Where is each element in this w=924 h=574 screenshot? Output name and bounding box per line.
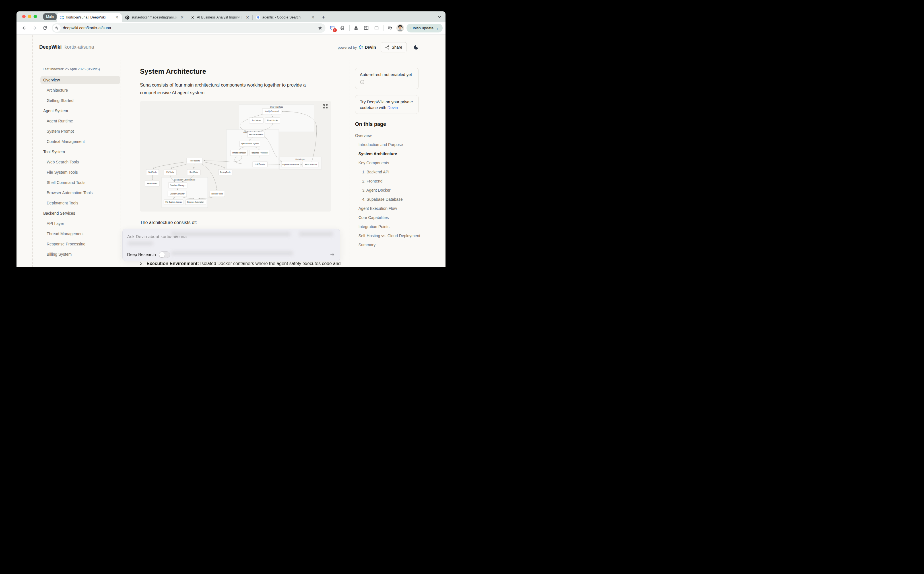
- toc-item-4-supabase-database[interactable]: 4. Supabase Database: [355, 197, 423, 202]
- profile-badge[interactable]: Main: [43, 13, 57, 20]
- browser-tab[interactable]: Gagentic - Google Search✕: [253, 13, 318, 22]
- sidebar-item-shell-command-tools[interactable]: Shell Command Tools: [40, 178, 120, 186]
- close-tab-icon[interactable]: ✕: [115, 15, 119, 20]
- sidebar-item-getting-started[interactable]: Getting Started: [40, 96, 120, 104]
- url-text[interactable]: deepwiki.com/kortix-ai/suna: [63, 26, 318, 30]
- incognito-extension-icon[interactable]: [351, 24, 361, 33]
- reload-icon[interactable]: [40, 24, 49, 33]
- toc-item-summary[interactable]: Summary: [355, 242, 423, 248]
- site-settings-icon[interactable]: [53, 24, 61, 32]
- sidebar-item-context-management[interactable]: Context Management: [40, 137, 120, 145]
- sidebar-item-agent-runtime[interactable]: Agent Runtime: [40, 117, 120, 125]
- svg-text:LLM Service: LLM Service: [255, 163, 266, 165]
- extensions-icon[interactable]: [338, 24, 347, 33]
- sidebar-item-agent-system[interactable]: Agent System: [40, 107, 120, 115]
- svg-text:ExternalAPIs: ExternalAPIs: [147, 183, 158, 184]
- share-label: Share: [392, 45, 402, 49]
- share-button[interactable]: Share: [381, 42, 407, 52]
- submit-arrow-icon[interactable]: [328, 251, 336, 258]
- list-item-term: Execution Environment:: [146, 261, 199, 266]
- close-tab-icon[interactable]: ✕: [310, 15, 316, 20]
- github-favicon-icon: [125, 15, 129, 20]
- tab-title: kortix-ai/suna | DeepWiki: [66, 15, 112, 19]
- deepwiki-page: DeepWiki kortix-ai/suna powered by Devin: [17, 35, 445, 267]
- toc-item-core-capabilities[interactable]: Core Capabilities: [355, 215, 423, 220]
- diagram-edge-toolregistry-shelltools: [194, 164, 194, 169]
- finish-update-button[interactable]: Finish update ⋮: [407, 24, 443, 33]
- wiki-sidebar: Last indexed: 25 April 2025 (958df5) Ove…: [33, 60, 121, 267]
- svg-text:Next.js Frontend: Next.js Frontend: [265, 110, 279, 112]
- sidebar-item-backend-services[interactable]: Backend Services: [40, 209, 120, 217]
- sidebar-item-thread-management[interactable]: Thread Management: [40, 230, 120, 238]
- sidebar-item-billing-system[interactable]: Billing System: [40, 250, 120, 258]
- svg-text:G: G: [257, 16, 259, 19]
- browser-tab[interactable]: kortix-ai/suna | DeepWiki✕: [57, 13, 122, 22]
- chat-notification-icon[interactable]: !: [328, 24, 338, 33]
- svg-text:Docker Container: Docker Container: [170, 193, 185, 195]
- svg-text:Browser Automation: Browser Automation: [187, 201, 204, 203]
- info-icon[interactable]: [360, 80, 414, 86]
- blurred-text: [299, 232, 333, 236]
- tab-title: agentic - Google Search: [262, 15, 308, 19]
- browser-window: Main kortix-ai/suna | DeepWiki✕suna/docs…: [17, 11, 445, 267]
- browser-tab[interactable]: suna/docs/images/diagram.pn✕: [122, 13, 187, 22]
- expand-diagram-icon[interactable]: [322, 103, 328, 109]
- try-deepwiki-box: Try DeepWiki on your private codebase wi…: [355, 95, 419, 114]
- sidebar-item-web-search-tools[interactable]: Web Search Tools: [40, 158, 120, 166]
- minimize-window-button[interactable]: [28, 15, 31, 18]
- diagram-edge-webtools-externalapis: [152, 175, 152, 180]
- browser-tab[interactable]: AI Business Analyst Inquiry | K✕: [187, 13, 252, 22]
- toc-title: On this page: [355, 121, 445, 127]
- address-bar[interactable]: deepwiki.com/kortix-ai/suna: [52, 24, 325, 33]
- avatar[interactable]: [396, 24, 404, 32]
- bookmark-star-icon[interactable]: [318, 26, 322, 30]
- tab-title: suna/docs/images/diagram.pn: [131, 15, 178, 19]
- sidebar-item-overview[interactable]: Overview: [40, 76, 120, 84]
- ask-devin-input[interactable]: Ask Devin about kortix-ai/suna: [127, 234, 187, 239]
- sidebar-item-tool-system[interactable]: Tool System: [40, 148, 120, 156]
- claude-favicon-icon: [190, 15, 195, 20]
- toc-item-1-backend-api[interactable]: 1. Backend API: [355, 169, 423, 175]
- toc-item-3-agent-docker[interactable]: 3. Agent Docker: [355, 188, 423, 193]
- new-tab-button[interactable]: +: [320, 14, 327, 21]
- deep-research-toggle[interactable]: [159, 251, 170, 258]
- toc-item-integration-points[interactable]: Integration Points: [355, 224, 423, 229]
- toc-item-2-frontend[interactable]: 2. Frontend: [355, 178, 423, 184]
- back-icon[interactable]: [19, 24, 29, 33]
- forward-icon[interactable]: [30, 24, 39, 33]
- tab-strip: Main kortix-ai/suna | DeepWiki✕suna/docs…: [17, 11, 445, 22]
- devin-link[interactable]: Devin: [388, 106, 398, 110]
- zoom-window-button[interactable]: [33, 15, 37, 18]
- sidebar-item-system-prompt[interactable]: System Prompt: [40, 127, 120, 135]
- svg-text:Execution Environment: Execution Environment: [174, 178, 195, 181]
- toc-item-overview[interactable]: Overview: [355, 133, 423, 138]
- toc-item-agent-execution-flow[interactable]: Agent Execution Flow: [355, 206, 423, 211]
- powered-by-brand[interactable]: Devin: [365, 45, 376, 49]
- blurred-text: [128, 241, 153, 245]
- close-window-button[interactable]: [22, 15, 26, 18]
- toc-item-key-components[interactable]: Key Components: [355, 160, 423, 166]
- deep-research-label: Deep Research: [127, 252, 156, 257]
- powered-by[interactable]: powered by Devin: [338, 45, 376, 49]
- sidebar-item-response-processing[interactable]: Response Processing: [40, 240, 120, 248]
- sidebar-item-browser-automation-tools[interactable]: Browser Automation Tools: [40, 189, 120, 197]
- sidebar-item-deployment-tools[interactable]: Deployment Tools: [40, 199, 120, 207]
- browser-menu-kebab-icon[interactable]: ⋮: [434, 26, 441, 30]
- deepwiki-brand[interactable]: DeepWiki: [39, 44, 62, 50]
- media-playlist-icon[interactable]: [385, 24, 395, 33]
- sidebar-item-file-system-tools[interactable]: File System Tools: [40, 168, 120, 176]
- reading-list-book-icon[interactable]: [361, 24, 371, 33]
- sidebar-item-api-layer[interactable]: API Layer: [40, 219, 120, 227]
- close-tab-icon[interactable]: ✕: [179, 15, 185, 20]
- devin-logo-icon: [358, 45, 363, 49]
- tab-search-chevron-icon[interactable]: [437, 14, 442, 19]
- architecture-diagram[interactable]: User InterfaceApplication ServicesData L…: [140, 101, 331, 211]
- svg-text:Thread Manager: Thread Manager: [232, 152, 247, 154]
- side-panel-list-icon[interactable]: [372, 24, 382, 33]
- toc-item-self-hosting-vs-cloud-deployment[interactable]: Self-Hosting vs. Cloud Deployment: [355, 233, 423, 238]
- dark-mode-toggle[interactable]: [411, 43, 421, 52]
- sidebar-item-architecture[interactable]: Architecture: [40, 86, 120, 94]
- close-tab-icon[interactable]: ✕: [245, 15, 250, 20]
- toc-item-introduction-and-purpose[interactable]: Introduction and Purpose: [355, 142, 423, 147]
- toc-item-system-architecture[interactable]: System Architecture: [355, 151, 423, 156]
